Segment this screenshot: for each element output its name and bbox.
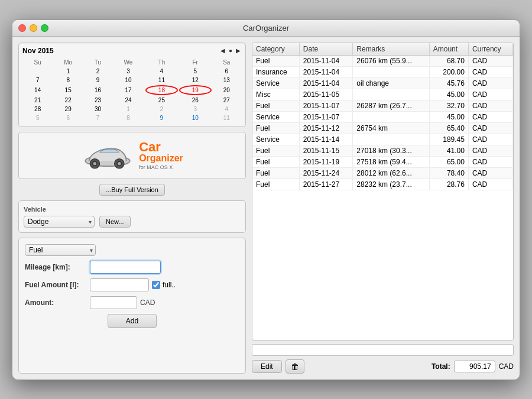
logo-organizer-label: Organizer xyxy=(139,154,183,163)
calendar-day[interactable]: 6 xyxy=(53,114,83,122)
table-cell-currency: CAD xyxy=(468,89,512,100)
table-row[interactable]: Fuel2015-11-2728232 km (23.7...28.76CAD xyxy=(252,179,513,190)
total-label: Total: xyxy=(432,362,450,371)
calendar-day[interactable]: 27 xyxy=(213,96,241,104)
table-row[interactable]: Insurance2015-11-04200.00CAD xyxy=(252,66,513,77)
table-cell-remarks: 28012 km (62.6... xyxy=(353,167,429,179)
vehicle-select[interactable]: Dodge xyxy=(24,216,95,228)
car-logo-svg xyxy=(81,141,134,170)
search-input[interactable] xyxy=(252,344,514,356)
table-row[interactable]: Service2015-11-14189.45CAD xyxy=(252,134,513,145)
full-checkbox[interactable] xyxy=(152,281,160,289)
new-vehicle-button[interactable]: New... xyxy=(99,216,131,228)
cal-header-th: Th xyxy=(145,59,178,66)
calendar-day[interactable]: 9 xyxy=(85,76,111,84)
calendar-day[interactable]: 5 xyxy=(179,67,212,75)
table-body: Fuel2015-11-0426076 km (55.9...68.70CADI… xyxy=(252,55,513,190)
table-row[interactable]: Fuel2015-11-1927518 km (59.4...65.00CAD xyxy=(252,156,513,167)
category-select[interactable]: Fuel Insurance Service Misc xyxy=(25,244,96,256)
calendar-day[interactable]: 16 xyxy=(85,85,111,95)
table-row[interactable]: Misc2015-11-0545.00CAD xyxy=(252,89,513,100)
table-cell-amount: 200.00 xyxy=(429,66,468,77)
calendar-day[interactable]: 8 xyxy=(53,76,83,84)
table-row[interactable]: Service2015-11-0745.00CAD xyxy=(252,111,513,122)
calendar-day[interactable]: 26 xyxy=(179,96,212,104)
calendar-day[interactable]: 15 xyxy=(53,85,83,95)
table-cell-amount: 45.00 xyxy=(429,89,468,100)
logo-sub-label: for MAC OS X xyxy=(139,164,183,170)
calendar-day[interactable]: 20 xyxy=(213,85,241,95)
calendar-day[interactable]: 2 xyxy=(145,105,178,113)
calendar-day[interactable]: 3 xyxy=(112,67,144,75)
mileage-input[interactable] xyxy=(90,261,161,274)
buy-full-version-button[interactable]: ...Buy Full Version xyxy=(99,184,165,196)
calendar-day[interactable]: 2 xyxy=(85,67,111,75)
table-cell-amount: 32.70 xyxy=(429,100,468,111)
calendar-day[interactable]: 6 xyxy=(213,67,241,75)
calendar-day[interactable]: 4 xyxy=(213,105,241,113)
col-header-remarks: Remarks xyxy=(353,43,429,56)
table-cell-currency: CAD xyxy=(468,167,512,179)
calendar-day[interactable]: 9 xyxy=(145,114,178,122)
table-cell-amount: 45.76 xyxy=(429,77,468,89)
calendar-day[interactable]: 13 xyxy=(213,76,241,84)
calendar-day[interactable]: 12 xyxy=(179,76,212,84)
table-row[interactable]: Fuel2015-11-1226754 km65.40CAD xyxy=(252,122,513,134)
table-row[interactable]: Fuel2015-11-0426076 km (55.9...68.70CAD xyxy=(252,55,513,66)
table-row[interactable]: Fuel2015-11-0726287 km (26.7...32.70CAD xyxy=(252,100,513,111)
calendar-day[interactable]: 14 xyxy=(24,85,51,95)
calendar-day[interactable]: 18 xyxy=(145,85,178,95)
calendar-day[interactable]: 4 xyxy=(145,67,178,75)
calendar-week-row: 567891011 xyxy=(24,114,241,122)
table-cell-remarks xyxy=(353,134,429,145)
table-row[interactable]: Fuel2015-11-1527018 km (30.3...41.00CAD xyxy=(252,145,513,156)
add-button[interactable]: Add xyxy=(108,314,157,328)
cal-prev-button[interactable]: ◀ xyxy=(219,47,226,54)
calendar-day[interactable]: 11 xyxy=(213,114,241,122)
calendar-day[interactable]: 7 xyxy=(24,76,51,84)
amount-input[interactable] xyxy=(90,296,137,309)
calendar-day[interactable]: 23 xyxy=(85,96,111,104)
calendar-day[interactable]: 24 xyxy=(112,96,144,104)
table-cell-remarks: oil change xyxy=(353,77,429,89)
calendar-day[interactable]: 25 xyxy=(145,96,178,104)
trash-icon: 🗑 xyxy=(291,362,299,371)
calendar-day[interactable] xyxy=(24,67,51,75)
cal-next-button[interactable]: ▶ xyxy=(235,47,242,54)
calendar-day[interactable]: 10 xyxy=(112,76,144,84)
calendar-day[interactable]: 1 xyxy=(112,105,144,113)
close-button[interactable] xyxy=(18,24,26,32)
calendar-day[interactable]: 11 xyxy=(145,76,178,84)
calendar-day[interactable]: 10 xyxy=(179,114,212,122)
table-cell-date: 2015-11-04 xyxy=(299,55,353,66)
calendar-day[interactable]: 5 xyxy=(24,114,51,122)
calendar-day[interactable]: 7 xyxy=(85,114,111,122)
minimize-button[interactable] xyxy=(30,24,37,32)
edit-button[interactable]: Edit xyxy=(252,360,282,373)
calendar-day[interactable]: 21 xyxy=(24,96,51,104)
data-table-container: Category Date Remarks Amount Currency Fu… xyxy=(252,43,514,340)
cal-dot-button[interactable]: ● xyxy=(228,47,233,54)
table-cell-date: 2015-11-24 xyxy=(299,167,353,179)
table-row[interactable]: Service2015-11-04oil change45.76CAD xyxy=(252,77,513,89)
calendar-day[interactable]: 28 xyxy=(24,105,51,113)
calendar-day[interactable]: 22 xyxy=(53,96,83,104)
table-row[interactable]: Fuel2015-11-2428012 km (62.6...78.40CAD xyxy=(252,167,513,179)
vehicle-section: Vehicle Dodge New... xyxy=(18,200,246,233)
calendar-day[interactable]: 17 xyxy=(112,85,144,95)
table-cell-category: Misc xyxy=(252,89,299,100)
maximize-button[interactable] xyxy=(41,24,48,32)
fuel-amount-input[interactable] xyxy=(90,278,149,291)
calendar-day[interactable]: 19 xyxy=(179,85,212,95)
calendar-day[interactable]: 30 xyxy=(85,105,111,113)
calendar-day[interactable]: 8 xyxy=(112,114,144,122)
table-cell-category: Fuel xyxy=(252,167,299,179)
logo-area: Car Organizer for MAC OS X xyxy=(18,132,246,179)
table-cell-date: 2015-11-14 xyxy=(299,134,353,145)
calendar-day[interactable]: 29 xyxy=(53,105,83,113)
table-cell-date: 2015-11-19 xyxy=(299,156,353,167)
calendar-day[interactable]: 1 xyxy=(53,67,83,75)
calendar-day[interactable]: 3 xyxy=(179,105,212,113)
cal-header-sa: Sa xyxy=(213,59,241,66)
delete-button[interactable]: 🗑 xyxy=(286,359,304,374)
